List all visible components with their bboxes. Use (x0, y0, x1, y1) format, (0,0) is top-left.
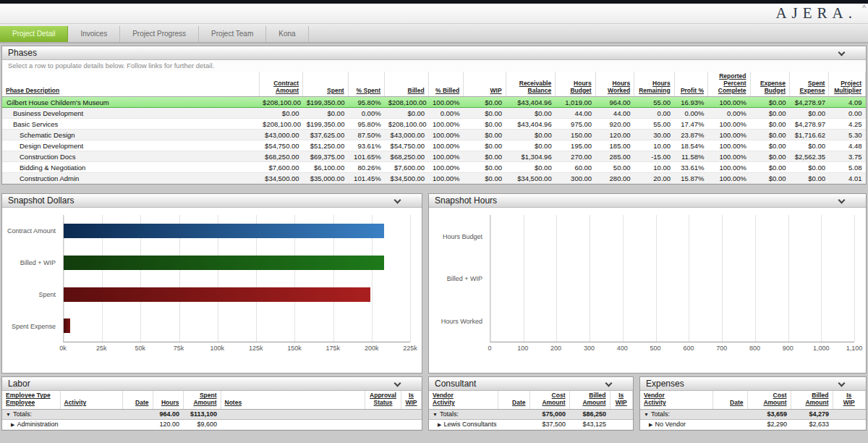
phase-row[interactable]: Construction Docs$68,250.00$69,375.00101… (2, 151, 866, 162)
tab-invoices[interactable]: Invoices (68, 26, 120, 42)
collapse-triangle-icon[interactable]: ▼ (433, 412, 438, 417)
phase-value-cell: 100.00% (428, 130, 463, 140)
consultant-totals-cost: $75,000 (529, 409, 569, 419)
consultant-col-date[interactable]: Date (498, 391, 529, 409)
phases-column-header[interactable]: Hours Remaining (634, 72, 674, 97)
phases-column-header[interactable]: Receivable Balance (506, 72, 556, 97)
snapshot-dollars-collapse-chevron-icon[interactable] (394, 197, 401, 204)
labor-col-is-wip[interactable]: Is WIP (401, 391, 422, 409)
phases-column-header[interactable]: Spent Expense (789, 72, 828, 97)
collapse-triangle-icon[interactable]: ▼ (6, 412, 11, 417)
phase-value-cell: $43,000.00 (385, 130, 429, 140)
expenses-row-cost: $2,290 (747, 419, 791, 429)
phase-name-cell[interactable]: Construction Docs (2, 151, 259, 162)
phases-column-header[interactable]: Hours Budget (556, 72, 595, 97)
phases-column-header-label: Expense Budget (760, 80, 786, 94)
phase-value-cell: 185.00 (595, 140, 634, 151)
phase-name-cell[interactable]: Gilbert House Childern's Museum (2, 97, 259, 108)
collapse-triangle-icon[interactable]: ▼ (644, 412, 649, 417)
expenses-col-is-wip[interactable]: Is WIP (833, 391, 866, 409)
expand-triangle-icon[interactable]: ▶ (438, 422, 441, 427)
phase-name-cell[interactable]: Basic Services (2, 119, 259, 130)
phase-name-cell[interactable]: Construction Admin (2, 173, 259, 184)
phases-column-header[interactable]: Contract Amount (259, 72, 303, 97)
phase-name-cell[interactable]: Bidding & Negotiation (2, 162, 259, 173)
tab-project-team[interactable]: Project Team (199, 26, 266, 42)
labor-col-employee[interactable]: Employee Type Employee (2, 391, 60, 409)
expenses-totals-row[interactable]: ▼Totals: $3,659 $4,279 (640, 409, 866, 419)
phases-column-header[interactable]: Profit % (674, 72, 707, 97)
tab-kona[interactable]: Kona (266, 26, 308, 42)
expenses-collapse-chevron-icon[interactable] (838, 380, 846, 387)
expenses-panel-header[interactable]: Expenses (640, 377, 866, 391)
consultant-title: Consultant (435, 379, 476, 389)
tab-project-progress[interactable]: Project Progress (120, 26, 199, 42)
consultant-row-billed: $43,125 (569, 419, 610, 429)
phase-row[interactable]: Gilbert House Childern's Museum$208,100.… (2, 97, 866, 108)
phase-name-cell[interactable]: Business Development (2, 108, 259, 119)
expenses-row-name: No Vendor (655, 421, 686, 428)
labor-totals-label: Totals: (13, 410, 32, 418)
phase-name-cell[interactable]: Design Development (2, 140, 259, 151)
phase-value-cell: $37,625.00 (303, 130, 349, 140)
phases-column-header[interactable]: % Spent (348, 72, 384, 97)
phases-column-header[interactable]: Reported Percent Complete (708, 72, 751, 97)
expenses-col-cost-amount[interactable]: Cost Amount (747, 391, 791, 409)
snapshot-hours-header[interactable]: Snapshot Hours (429, 194, 866, 208)
phase-row[interactable]: Business Development$0.00$0.000.00%$0.00… (2, 108, 866, 119)
expand-triangle-icon[interactable]: ▶ (11, 422, 14, 427)
expenses-col-date[interactable]: Date (712, 391, 747, 409)
phases-column-header[interactable]: % Billed (428, 72, 463, 97)
phases-column-header[interactable]: WIP (464, 72, 506, 97)
phase-row[interactable]: Bidding & Negotiation$7,600.00$6,100.008… (2, 162, 866, 173)
expenses-row[interactable]: ▶No Vendor $2,290 $2,633 (640, 419, 866, 429)
chart-bar (64, 224, 384, 238)
expand-triangle-icon[interactable]: ▶ (649, 422, 652, 427)
phase-row[interactable]: Basic Services$208,100.00$199,350.0095.8… (2, 119, 866, 130)
phase-value-cell: 0.00% (348, 108, 384, 119)
labor-col-approval-status[interactable]: Approval Status (365, 391, 401, 409)
chart-category-label: Hours Budget (443, 233, 482, 240)
phase-value-cell: $1,304.96 (506, 151, 556, 162)
consultant-panel-header[interactable]: Consultant (429, 377, 633, 391)
labor-col-hours[interactable]: Hours (153, 391, 183, 409)
phase-row[interactable]: Design Development$54,750.00$51,250.0093… (2, 140, 866, 151)
phases-column-header[interactable]: Phase Description (2, 72, 259, 97)
phases-column-header[interactable]: Billed (385, 72, 429, 97)
labor-col-spent-amount[interactable]: Spent Amount (183, 391, 221, 409)
consultant-col-billed-amount[interactable]: Billed Amount (569, 391, 610, 409)
phase-value-cell: $0.00 (259, 108, 303, 119)
labor-col-activity[interactable]: Activity (60, 391, 122, 409)
consultant-collapse-chevron-icon[interactable] (605, 380, 613, 387)
consultant-col-cost-amount[interactable]: Cost Amount (529, 391, 569, 409)
phase-row[interactable]: Construction Admin$34,500.00$35,000.0010… (2, 173, 866, 184)
snapshot-dollars-header[interactable]: Snapshot Dollars (2, 194, 422, 208)
labor-col-notes[interactable]: Notes (221, 391, 365, 409)
phases-column-header[interactable]: Spent (303, 72, 349, 97)
phase-name-cell[interactable]: Schematic Design (2, 130, 259, 140)
phases-column-header[interactable]: Project Multiplier (829, 72, 866, 97)
phases-column-header[interactable]: Expense Budget (750, 72, 789, 97)
tab-project-detail[interactable]: Project Detail (0, 26, 68, 42)
phases-column-header[interactable]: Hours Worked (595, 72, 634, 97)
phase-value-cell: 920.00 (595, 119, 634, 130)
phase-row[interactable]: Schematic Design$43,000.00$37,625.0087.5… (2, 130, 866, 140)
consultant-col-vendor[interactable]: Vendor Activity (429, 391, 498, 409)
scroll-up-arrow-icon[interactable]: ^ (862, 4, 866, 12)
labor-collapse-chevron-icon[interactable] (394, 380, 401, 387)
snapshot-hours-collapse-chevron-icon[interactable] (838, 197, 846, 204)
expenses-col-billed-amount[interactable]: Billed Amount (791, 391, 833, 409)
labor-panel-header[interactable]: Labor (2, 377, 422, 391)
expenses-col-vendor[interactable]: Vendor Activity (640, 391, 712, 409)
consultant-totals-row[interactable]: ▼Totals: $75,000 $86,250 (429, 409, 633, 419)
labor-row[interactable]: ▶Administration 120.00 $9,600 (2, 419, 422, 429)
phase-value-cell: $6,100.00 (303, 162, 349, 173)
consultant-row[interactable]: ▶Lewis Consultants $37,500 $43,125 (429, 419, 633, 429)
labor-col-date[interactable]: Date (122, 391, 153, 409)
phases-collapse-chevron-icon[interactable] (838, 49, 846, 56)
consultant-col-is-wip[interactable]: Is WIP (610, 391, 633, 409)
phases-panel-header[interactable]: Phases (2, 46, 866, 60)
chart-plot-area (63, 215, 410, 342)
labor-totals-row[interactable]: ▼Totals: 964.00 $113,100 (2, 409, 422, 419)
charts-row: Snapshot Dollars Contract AmountBilled +… (1, 193, 867, 374)
